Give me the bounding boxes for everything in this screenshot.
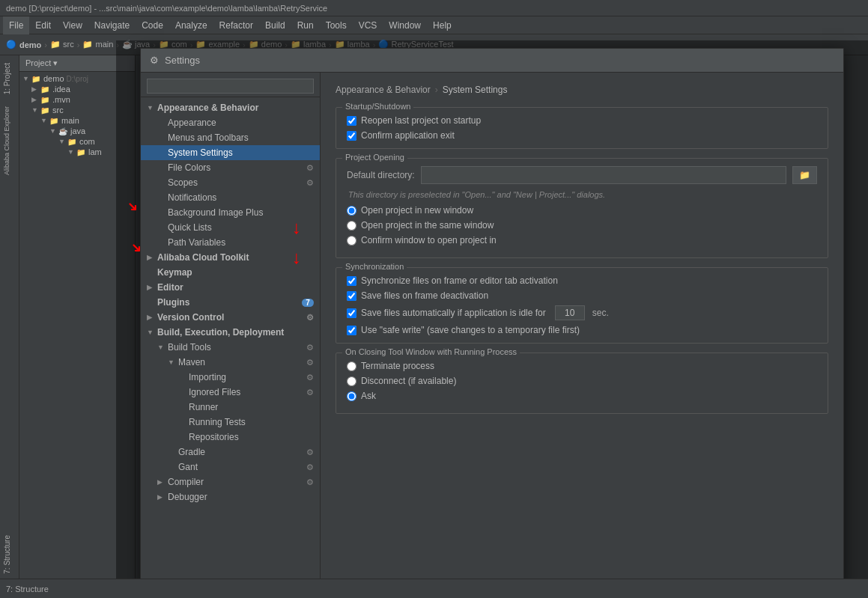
- gear-icon: ⚙: [306, 343, 314, 353]
- sync-files-checkbox[interactable]: [347, 276, 356, 286]
- gear-icon: ⚙: [306, 163, 314, 173]
- gear-icon: ⚙: [306, 373, 314, 382]
- settings-item-plugins[interactable]: Plugins 7: [141, 295, 320, 310]
- confirm-open-row: Confirm window to open project in: [347, 235, 817, 245]
- project-opening-title: Project Opening: [342, 153, 407, 162]
- left-sidebar: 1: Project Alibaba Cloud Explorer 7: Str…: [0, 55, 19, 579]
- menu-navigate[interactable]: Navigate: [88, 16, 136, 34]
- menu-help[interactable]: Help: [427, 16, 458, 34]
- project-tab[interactable]: 1: Project: [1, 58, 18, 99]
- confirm-open-radio[interactable]: [347, 236, 356, 245]
- menu-tools[interactable]: Tools: [320, 16, 353, 34]
- confirm-exit-label: Confirm application exit: [361, 130, 455, 141]
- nav-src: 📁 src: [50, 40, 74, 49]
- settings-breadcrumb: Appearance & Behavior › System Settings: [336, 85, 828, 95]
- default-dir-label: Default directory:: [347, 170, 415, 180]
- open-new-window-label: Open project in new window: [361, 205, 473, 216]
- menu-analyze[interactable]: Analyze: [169, 16, 213, 34]
- default-dir-input[interactable]: [421, 166, 786, 184]
- confirm-exit-checkbox[interactable]: [347, 131, 356, 141]
- project-opening-group: Project Opening Default directory: 📁 Thi…: [336, 158, 828, 258]
- menu-run[interactable]: Run: [291, 16, 320, 34]
- nav-project-name: demo: [19, 40, 41, 49]
- settings-item-importing[interactable]: Importing ⚙: [141, 370, 320, 385]
- settings-item-background-image[interactable]: Background Image Plus: [141, 205, 320, 220]
- settings-section-editor[interactable]: ▶ Editor: [141, 280, 320, 295]
- settings-item-system-settings[interactable]: System Settings: [141, 145, 320, 160]
- menu-edit[interactable]: Edit: [29, 16, 57, 34]
- safe-write-label: Use "safe write" (save changes to a temp…: [361, 325, 580, 335]
- settings-item-scopes[interactable]: Scopes ⚙: [141, 175, 320, 190]
- structure-tab-bottom[interactable]: 7: Structure: [0, 585, 55, 594]
- save-idle-checkbox[interactable]: [347, 308, 356, 318]
- gear-icon: ⚙: [306, 178, 314, 188]
- save-on-deact-checkbox[interactable]: [347, 291, 356, 301]
- ask-row: Ask: [347, 391, 817, 401]
- settings-item-running-tests[interactable]: Running Tests: [141, 415, 320, 430]
- settings-item-keymap[interactable]: Keymap: [141, 265, 320, 280]
- main-layout: 1: Project Alibaba Cloud Explorer 7: Str…: [0, 55, 868, 598]
- nav-project-icon: 🔵: [6, 40, 16, 49]
- menu-window[interactable]: Window: [383, 16, 427, 34]
- settings-section-alibaba[interactable]: ▶ Alibaba Cloud Toolkit: [141, 250, 320, 265]
- settings-item-notifications[interactable]: Notifications: [141, 190, 320, 205]
- settings-item-gant[interactable]: Gant ⚙: [141, 460, 320, 475]
- save-idle-row: Save files automatically if application …: [347, 305, 817, 320]
- settings-section-appearance-behavior[interactable]: ▼ Appearance & Behavior: [141, 100, 320, 115]
- open-new-window-radio[interactable]: [347, 206, 356, 216]
- settings-item-quick-lists[interactable]: Quick Lists: [141, 220, 320, 235]
- settings-item-appearance[interactable]: Appearance: [141, 115, 320, 130]
- confirm-open-label: Confirm window to open project in: [361, 235, 497, 245]
- menu-file[interactable]: File: [3, 16, 29, 34]
- menu-view[interactable]: View: [57, 16, 88, 34]
- menu-code[interactable]: Code: [136, 16, 169, 34]
- synchronization-title: Synchronization: [342, 262, 407, 271]
- settings-item-ignored-files[interactable]: Ignored Files ⚙: [141, 385, 320, 400]
- settings-item-compiler[interactable]: ▶ Compiler ⚙: [141, 475, 320, 489]
- synchronization-group: Synchronization Synchronize files on fra…: [336, 267, 828, 344]
- folder-icon: 📁: [31, 75, 40, 83]
- save-on-deact-row: Save files on frame deactivation: [347, 290, 817, 301]
- gear-icon: ⚙: [306, 358, 314, 367]
- settings-item-path-variables[interactable]: Path Variables: [141, 235, 320, 250]
- settings-item-maven[interactable]: ▼ Maven ⚙: [141, 355, 320, 370]
- settings-item-gradle[interactable]: Gradle ⚙: [141, 445, 320, 460]
- save-idle-input[interactable]: [555, 305, 585, 320]
- tree-label: demo D:\proj: [43, 74, 88, 83]
- settings-item-debugger[interactable]: ▶ Debugger: [141, 489, 320, 504]
- settings-item-runner[interactable]: Runner: [141, 400, 320, 415]
- open-same-window-row: Open project in the same window: [347, 220, 817, 231]
- terminate-radio[interactable]: [347, 361, 356, 371]
- alibaba-tab[interactable]: Alibaba Cloud Explorer: [1, 102, 18, 180]
- safe-write-checkbox[interactable]: [347, 326, 356, 335]
- ask-radio[interactable]: [347, 391, 356, 401]
- settings-item-file-colors[interactable]: File Colors ⚙: [141, 160, 320, 175]
- default-dir-hint: This directory is preselected in "Open..…: [348, 190, 817, 199]
- ask-label: Ask: [361, 391, 376, 401]
- sync-files-label: Synchronize files on frame or editor tab…: [361, 275, 558, 286]
- structure-tab[interactable]: 7: Structure: [1, 531, 18, 579]
- open-same-window-label: Open project in the same window: [361, 220, 494, 231]
- settings-body: ▼ Appearance & Behavior Appearance Menus…: [141, 73, 843, 586]
- settings-item-repositories[interactable]: Repositories: [141, 430, 320, 445]
- title-bar: demo [D:\project\demo] - ...src\main\jav…: [0, 0, 868, 16]
- default-dir-row: Default directory: 📁: [347, 166, 817, 184]
- open-same-window-radio[interactable]: [347, 221, 356, 231]
- settings-search-input[interactable]: [147, 79, 314, 94]
- settings-item-menus-toolbars[interactable]: Menus and Toolbars: [141, 130, 320, 145]
- open-new-window-row: Open project in new window: [347, 205, 817, 216]
- menu-refactor[interactable]: Refactor: [213, 16, 259, 34]
- settings-section-build[interactable]: ▼ Build, Execution, Deployment: [141, 325, 320, 340]
- reopen-last-project-checkbox[interactable]: [347, 116, 356, 126]
- startup-shutdown-group: Startup/Shutdown Reopen last project on …: [336, 107, 828, 149]
- settings-content: Appearance & Behavior › System Settings …: [321, 73, 843, 586]
- menu-build[interactable]: Build: [259, 16, 291, 34]
- settings-item-build-tools[interactable]: ▼ Build Tools ⚙: [141, 340, 320, 355]
- default-dir-browse-btn[interactable]: 📁: [792, 166, 817, 184]
- terminate-row: Terminate process: [347, 361, 817, 371]
- disconnect-radio[interactable]: [347, 376, 356, 386]
- menu-vcs[interactable]: VCS: [353, 16, 383, 34]
- closing-tool-window-title: On Closing Tool Window with Running Proc…: [342, 347, 520, 356]
- settings-section-vcs[interactable]: ▶ Version Control ⚙: [141, 310, 320, 325]
- breadcrumb-current: System Settings: [443, 85, 508, 95]
